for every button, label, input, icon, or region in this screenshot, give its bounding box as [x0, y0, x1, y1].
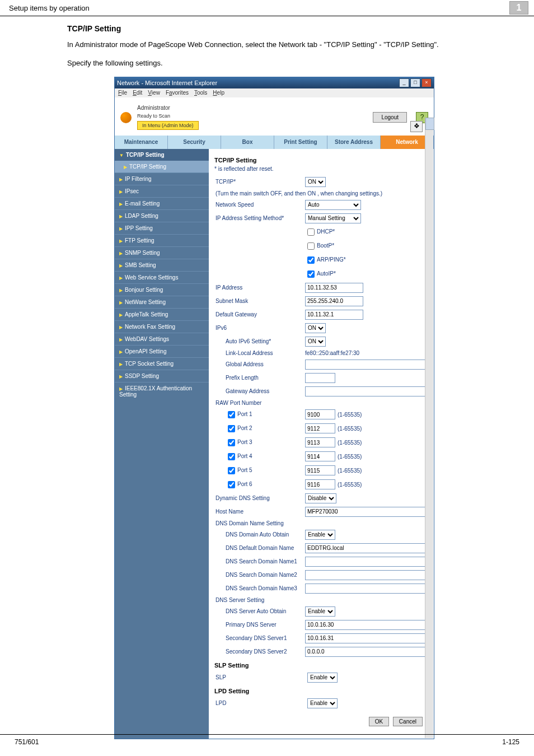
- ddauto-label: DNS Domain Auto Obtain: [214, 528, 304, 542]
- port5-check[interactable]: [228, 467, 235, 474]
- lpd-heading: LPD Setting: [214, 688, 428, 694]
- sidebar: ▼TCP/IP Setting ▶TCP/IP Setting ▶IP Filt…: [115, 149, 209, 739]
- port1-check[interactable]: [228, 411, 235, 418]
- side-snmp[interactable]: ▶SNMP Setting: [115, 246, 209, 259]
- menu-view[interactable]: View: [148, 90, 160, 96]
- gateway-input[interactable]: [305, 310, 363, 320]
- tab-store[interactable]: Store Address: [327, 136, 381, 149]
- port5-input[interactable]: [305, 465, 335, 475]
- port1-input[interactable]: [305, 409, 335, 419]
- side-email[interactable]: ▶E-mail Setting: [115, 197, 209, 209]
- port2-check[interactable]: [228, 425, 235, 432]
- slp-heading: SLP Setting: [214, 662, 428, 669]
- ipv6-label: IPv6: [214, 321, 304, 335]
- menu-help[interactable]: Help: [213, 90, 224, 96]
- netspeed-select[interactable]: Auto: [305, 200, 361, 210]
- ipmethod-select[interactable]: Manual Setting: [305, 213, 361, 223]
- plen-input[interactable]: [305, 373, 335, 383]
- side-websvc[interactable]: ▶Web Service Settings: [115, 271, 209, 283]
- intro-p2: Specify the following settings.: [67, 58, 489, 69]
- lpd-select[interactable]: Enable: [307, 698, 338, 708]
- auto6-select[interactable]: ON: [305, 337, 326, 347]
- dds3-input[interactable]: [305, 584, 427, 594]
- port2-input[interactable]: [305, 423, 335, 433]
- dhcp-check[interactable]: [307, 228, 315, 236]
- side-webdav[interactable]: ▶WebDAV Settings: [115, 333, 209, 345]
- host-input[interactable]: [305, 507, 427, 517]
- cancel-button[interactable]: Cancel: [393, 717, 423, 726]
- llocal-value: fe80::250:aaff:fe27:30: [304, 348, 428, 358]
- subnet-input[interactable]: [305, 296, 363, 306]
- autoip-check[interactable]: [307, 270, 315, 278]
- logout-button[interactable]: Logout: [373, 112, 407, 123]
- side-netfax[interactable]: ▶Network Fax Setting: [115, 320, 209, 333]
- intro-p1: In Administrator mode of PageScope Web C…: [67, 40, 489, 50]
- side-tcpip[interactable]: ▼TCP/IP Setting: [115, 149, 209, 161]
- side-smb[interactable]: ▶SMB Setting: [115, 259, 209, 271]
- side-ipp[interactable]: ▶IPP Setting: [115, 222, 209, 234]
- tab-box[interactable]: Box: [221, 136, 274, 149]
- side-ldap[interactable]: ▶LDAP Setting: [115, 209, 209, 222]
- port3-check[interactable]: [228, 439, 235, 446]
- ipmethod-label: IP Address Setting Method*: [214, 212, 304, 225]
- gateway-label: Default Gateway: [214, 308, 304, 321]
- rawport-label: RAW Port Number: [214, 398, 304, 408]
- side-tcpsocket[interactable]: ▶TCP Socket Setting: [115, 357, 209, 370]
- ipv6-select[interactable]: ON: [305, 323, 326, 333]
- dds2-input[interactable]: [305, 570, 427, 580]
- scrollbar[interactable]: [425, 118, 433, 738]
- port3-input[interactable]: [305, 437, 335, 447]
- dds2-label: DNS Search Domain Name2: [214, 568, 304, 582]
- side-tcpip-sub[interactable]: ▶TCP/IP Setting: [115, 161, 209, 172]
- dddef-input[interactable]: [305, 543, 427, 553]
- gear-icon[interactable]: ❖: [410, 121, 423, 132]
- port6-check[interactable]: [228, 481, 235, 488]
- close-icon[interactable]: ×: [421, 78, 432, 87]
- tab-print[interactable]: Print Setting: [274, 136, 327, 149]
- side-ftp[interactable]: ▶FTP Setting: [115, 234, 209, 246]
- side-ieee[interactable]: ▶IEEE802.1X Authentication Setting: [115, 382, 209, 400]
- menu-edit[interactable]: Edit: [133, 90, 142, 96]
- side-ipsec[interactable]: ▶IPsec: [115, 185, 209, 197]
- menu-favorites[interactable]: Favorites: [166, 90, 189, 96]
- side-ipfilter[interactable]: ▶IP Filtering: [115, 172, 209, 185]
- ipaddr-input[interactable]: [305, 283, 363, 293]
- switch-note: (Turn the main switch OFF, and then ON ,…: [214, 189, 428, 198]
- minimize-icon[interactable]: _: [399, 78, 409, 87]
- menu-file[interactable]: File: [118, 90, 127, 96]
- maximize-icon[interactable]: □: [410, 78, 420, 87]
- bootp-check[interactable]: [307, 242, 315, 250]
- sec2-input[interactable]: [305, 647, 427, 657]
- panel-heading: TCP/IP Setting: [214, 157, 428, 164]
- ddauto-select[interactable]: Enable: [305, 530, 335, 540]
- menu-tools[interactable]: Tools: [194, 90, 207, 96]
- subnet-label: Subnet Mask: [214, 295, 304, 308]
- ok-button[interactable]: OK: [369, 717, 389, 726]
- pri-input[interactable]: [305, 620, 427, 630]
- role-label: Administrator: [137, 105, 367, 111]
- ddns-select[interactable]: Disable: [305, 493, 336, 503]
- dds1-input[interactable]: [305, 557, 427, 567]
- tab-maintenance[interactable]: Maintenance: [115, 136, 168, 149]
- port4-input[interactable]: [305, 451, 335, 461]
- dds3-label: DNS Search Domain Name3: [214, 582, 304, 595]
- dsauto-select[interactable]: Enable: [305, 606, 335, 617]
- port4-check[interactable]: [228, 453, 235, 460]
- tab-security[interactable]: Security: [168, 136, 221, 149]
- slp-select[interactable]: Enable: [307, 673, 338, 683]
- dsauto-label: DNS Server Auto Obtain: [214, 605, 304, 618]
- side-ssdp[interactable]: ▶SSDP Setting: [115, 370, 209, 382]
- side-bonjour[interactable]: ▶Bonjour Setting: [115, 283, 209, 296]
- auto6-label: Auto IPv6 Setting*: [214, 335, 304, 348]
- sec1-input[interactable]: [305, 633, 427, 643]
- arp-check[interactable]: [307, 256, 315, 264]
- section-title: TCP/IP Setting: [67, 24, 489, 33]
- global-input[interactable]: [305, 360, 427, 370]
- side-openapi[interactable]: ▶OpenAPI Setting: [115, 345, 209, 357]
- side-appletalk[interactable]: ▶AppleTalk Setting: [115, 308, 209, 320]
- side-netware[interactable]: ▶NetWare Setting: [115, 296, 209, 308]
- gaddr-input[interactable]: [305, 386, 427, 396]
- port6-input[interactable]: [305, 479, 335, 489]
- mode-label: In Menu (Admin Mode): [137, 121, 199, 130]
- tcpip-select[interactable]: ON: [305, 177, 326, 187]
